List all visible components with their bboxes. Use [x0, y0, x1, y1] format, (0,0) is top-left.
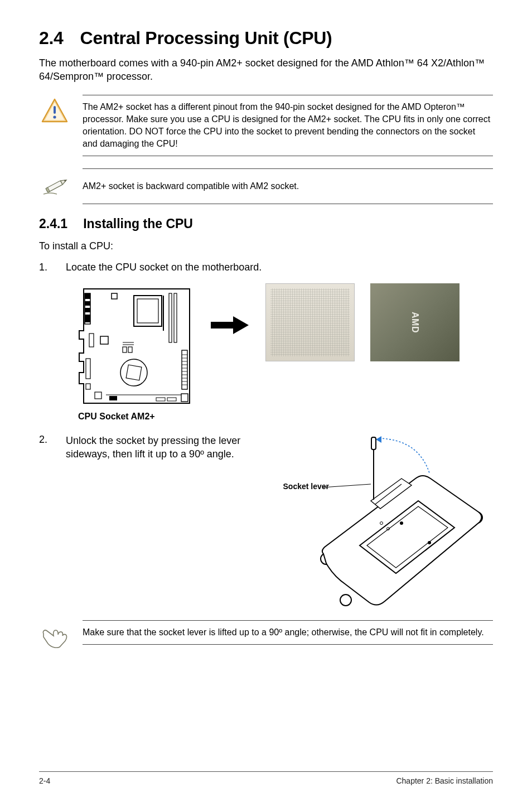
section-title-text: Central Processing Unit (CPU): [80, 28, 332, 48]
motherboard-caption: CPU Socket AM2+: [78, 412, 493, 422]
svg-rect-9: [85, 293, 90, 299]
svg-rect-10: [85, 301, 90, 306]
section-heading: 2.4Central Processing Unit (CPU): [39, 28, 493, 49]
chapter-label: Chapter 2: Basic installation: [396, 776, 493, 785]
caution-icon: [39, 95, 70, 123]
svg-rect-24: [86, 384, 90, 389]
step-1: 1. Locate the CPU socket on the motherbo…: [39, 260, 493, 274]
caution-note: The AM2+ socket has a different pinout f…: [39, 95, 493, 156]
svg-rect-23: [86, 359, 90, 379]
section-number: 2.4: [39, 28, 64, 48]
svg-rect-42: [167, 398, 176, 401]
info-note: AM2+ socket is backward compatible with …: [39, 168, 493, 204]
svg-rect-12: [85, 315, 90, 322]
socket-lever-label: Socket lever: [283, 482, 330, 491]
socket-lever-illustration: Socket lever: [262, 434, 496, 618]
subsection-title-text: Installing the CPU: [83, 216, 193, 231]
svg-rect-17: [169, 293, 172, 342]
install-lead: To install a CPU:: [39, 239, 493, 253]
svg-rect-13: [112, 293, 117, 299]
page-number: 2-4: [39, 776, 50, 785]
svg-point-3: [53, 115, 56, 118]
svg-rect-14: [134, 296, 162, 326]
svg-point-52: [428, 541, 431, 544]
svg-rect-25: [95, 392, 101, 399]
intro-paragraph: The motherboard comes with a 940-pin AM2…: [39, 56, 493, 84]
svg-point-26: [120, 359, 147, 386]
tip-note: Make sure that the socket lever is lifte…: [39, 620, 493, 648]
info-text: AM2+ socket is backward compatible with …: [83, 168, 493, 204]
amd-logo-text: AMD: [410, 312, 420, 333]
svg-rect-21: [123, 347, 127, 352]
page-footer: 2-4 Chapter 2: Basic installation: [39, 771, 493, 785]
svg-rect-27: [126, 365, 142, 380]
install-steps: 1. Locate the CPU socket on the motherbo…: [39, 260, 493, 274]
svg-point-51: [400, 521, 403, 525]
pencil-icon: [39, 168, 70, 197]
svg-rect-22: [128, 347, 132, 352]
svg-rect-39: [181, 394, 188, 402]
svg-rect-28: [182, 350, 187, 389]
svg-point-47: [340, 595, 351, 606]
svg-line-44: [322, 484, 371, 487]
step-text: Unlock the socket by pressing the lever …: [66, 434, 251, 461]
arrow-icon: [211, 317, 250, 334]
svg-rect-19: [89, 334, 94, 347]
svg-rect-41: [156, 398, 165, 401]
svg-rect-15: [137, 299, 158, 323]
caution-text: The AM2+ socket has a different pinout f…: [83, 95, 493, 156]
svg-rect-40: [109, 396, 117, 400]
step-2: 2. Unlock the socket by pressing the lev…: [39, 434, 251, 461]
figure-row: AMD: [72, 283, 493, 406]
svg-rect-18: [174, 293, 177, 342]
svg-rect-50: [371, 437, 376, 450]
pointer-hand-icon: [39, 620, 70, 648]
svg-rect-11: [85, 308, 90, 312]
subsection-number: 2.4.1: [39, 216, 67, 231]
step-number: 1.: [39, 260, 51, 274]
step-number: 2.: [39, 434, 51, 461]
subsection-heading: 2.4.1Installing the CPU: [39, 216, 493, 231]
svg-rect-2: [54, 106, 56, 114]
step-text: Locate the CPU socket on the motherboard…: [66, 260, 493, 274]
motherboard-diagram: [72, 283, 195, 406]
svg-rect-20: [100, 336, 108, 344]
svg-marker-45: [376, 436, 381, 443]
tip-text: Make sure that the socket lever is lifte…: [83, 620, 493, 645]
step-2-row: 2. Unlock the socket by pressing the lev…: [39, 434, 493, 618]
socket-photo: [265, 283, 355, 361]
cpu-chip-photo: AMD: [370, 283, 460, 361]
